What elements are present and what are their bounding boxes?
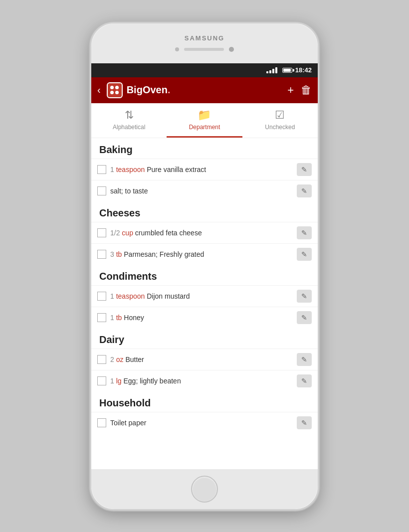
item-text-toilet-paper: Toilet paper	[110, 419, 293, 427]
brand-label: SAMSUNG	[185, 34, 224, 42]
tab-alphabetical[interactable]: ⇅ Alphabetical	[91, 103, 167, 138]
list-item: 1 teaspoon Dijon mustard ✎	[91, 285, 318, 307]
app-title-dot: .	[168, 84, 171, 95]
name: Dijon mustard	[147, 292, 190, 300]
alphabetical-icon: ⇅	[125, 109, 134, 122]
qty: 1	[110, 377, 114, 385]
edit-button[interactable]: ✎	[297, 184, 312, 197]
edit-button[interactable]: ✎	[297, 374, 312, 387]
section-cheeses: Cheeses	[91, 201, 318, 222]
edit-button[interactable]: ✎	[297, 353, 312, 366]
phone-frame: SAMSUNG 18:42 ‹	[90, 22, 319, 511]
unit: teaspoon	[116, 166, 145, 174]
checkbox-feta[interactable]	[97, 228, 106, 237]
unit: cup	[122, 229, 133, 237]
name: Parmesan; Freshly grated	[124, 250, 204, 258]
list-item: 1 teaspoon Pure vanilla extract ✎	[91, 159, 318, 180]
checkbox-toilet-paper[interactable]	[97, 418, 106, 427]
department-label: Department	[189, 124, 220, 131]
qty: 1	[110, 166, 114, 174]
screen: 18:42 ‹ BigOven. + 🗑	[91, 63, 318, 469]
unchecked-label: Unchecked	[265, 124, 295, 131]
unit: tb	[116, 250, 122, 258]
name: Pure vanilla extract	[147, 166, 206, 174]
qty: 1	[110, 314, 114, 322]
list-item: 2 oz Butter ✎	[91, 349, 318, 370]
item-text-dijon: 1 teaspoon Dijon mustard	[110, 292, 293, 300]
unit: tb	[116, 314, 122, 322]
edit-button[interactable]: ✎	[297, 226, 312, 239]
camera	[229, 47, 234, 52]
name: Toilet paper	[110, 419, 146, 427]
unchecked-icon: ☑	[275, 109, 285, 122]
list-item: 1 tb Honey ✎	[91, 307, 318, 328]
tab-department[interactable]: 📁 Department	[167, 103, 242, 138]
edit-button[interactable]: ✎	[297, 416, 312, 429]
unit: oz	[116, 355, 124, 363]
department-icon: 📁	[198, 109, 211, 122]
qty: 3	[110, 250, 114, 258]
content-area: Baking 1 teaspoon Pure vanilla extract ✎…	[91, 138, 318, 469]
edit-button[interactable]: ✎	[297, 248, 312, 261]
status-time: 18:42	[295, 66, 312, 74]
checkbox-egg[interactable]	[97, 376, 106, 385]
checkbox-dijon[interactable]	[97, 292, 106, 301]
edit-button[interactable]: ✎	[297, 311, 312, 324]
item-text-parmesan: 3 tb Parmesan; Freshly grated	[110, 250, 293, 258]
section-baking: Baking	[91, 138, 318, 159]
back-button[interactable]: ‹	[97, 84, 101, 96]
item-text-salt: salt; to taste	[110, 187, 293, 195]
app-header: ‹ BigOven. + 🗑	[91, 77, 318, 103]
checkbox-butter[interactable]	[97, 355, 106, 364]
battery-icon	[282, 68, 292, 73]
list-item: 1/2 cup crumbled feta cheese ✎	[91, 222, 318, 243]
unit: teaspoon	[116, 292, 145, 300]
edit-button[interactable]: ✎	[297, 163, 312, 176]
status-bar: 18:42	[91, 63, 318, 77]
top-bezel: SAMSUNG	[91, 23, 318, 63]
item-text-egg: 1 lg Egg; lightly beaten	[110, 377, 293, 385]
checkbox-honey[interactable]	[97, 313, 106, 322]
section-condiments: Condiments	[91, 265, 318, 285]
item-text-vanilla: 1 teaspoon Pure vanilla extract	[110, 166, 293, 174]
sensors-row	[175, 47, 234, 52]
signal-icon	[266, 67, 277, 73]
checkbox-vanilla[interactable]	[97, 165, 106, 174]
app-title: BigOven.	[127, 84, 283, 96]
checkbox-salt[interactable]	[97, 186, 106, 195]
item-text-honey: 1 tb Honey	[110, 314, 293, 322]
name: Egg; lightly beaten	[123, 377, 181, 385]
home-button[interactable]	[191, 476, 218, 503]
list-item: salt; to taste ✎	[91, 180, 318, 201]
name: crumbled feta cheese	[135, 229, 202, 237]
tab-unchecked[interactable]: ☑ Unchecked	[242, 103, 318, 138]
tabs-bar: ⇅ Alphabetical 📁 Department ☑ Unchecked	[91, 103, 318, 138]
section-household: Household	[91, 391, 318, 412]
bottom-bezel	[91, 469, 318, 509]
qty: 2	[110, 355, 114, 363]
app-logo	[107, 82, 123, 98]
header-actions: + 🗑	[287, 84, 312, 97]
unit: lg	[116, 377, 122, 385]
name: Butter	[125, 355, 144, 363]
section-dairy: Dairy	[91, 328, 318, 349]
speaker-grill	[184, 48, 224, 51]
edit-button[interactable]: ✎	[297, 290, 312, 303]
checkbox-parmesan[interactable]	[97, 250, 106, 259]
item-text-feta: 1/2 cup crumbled feta cheese	[110, 229, 293, 237]
list-item: 1 lg Egg; lightly beaten ✎	[91, 370, 318, 391]
list-item: 3 tb Parmesan; Freshly grated ✎	[91, 243, 318, 265]
item-text-butter: 2 oz Butter	[110, 355, 293, 363]
alphabetical-label: Alphabetical	[113, 124, 145, 131]
name: Honey	[124, 314, 144, 322]
sensor-left	[175, 47, 179, 51]
trash-button[interactable]: 🗑	[301, 84, 312, 97]
qty: 1	[110, 292, 114, 300]
qty: 1/2	[110, 229, 120, 237]
name: salt; to taste	[110, 187, 148, 195]
add-button[interactable]: +	[287, 84, 294, 97]
list-item: Toilet paper ✎	[91, 412, 318, 433]
